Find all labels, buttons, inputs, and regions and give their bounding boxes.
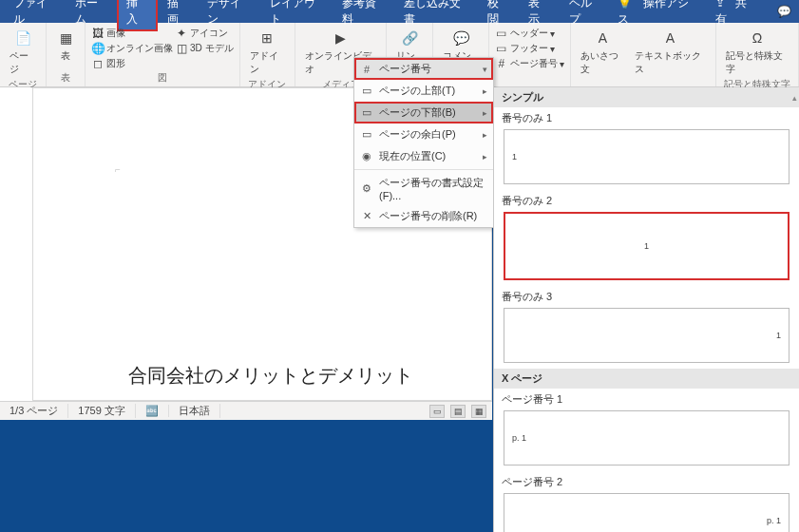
textbox-icon: A	[660, 28, 679, 48]
margin-mark: ⌐	[115, 164, 121, 175]
gear-icon: ⚙	[360, 182, 373, 195]
status-words[interactable]: 1759 文字	[68, 404, 136, 418]
menubar: ファイル ホーム 挿入 描画 デザイン レイアウト 参考資料 差し込み文書 校閲…	[0, 0, 799, 23]
chevron-right-icon: ▸	[483, 130, 487, 140]
menu-bottom-of-page[interactable]: ▭ ページの下部(B) ▸	[354, 102, 493, 124]
gallery-option-pagenum-2[interactable]: ページ番号 2 p. 1	[494, 471, 799, 532]
menu-current-position[interactable]: ◉ 現在の位置(C) ▸	[354, 145, 493, 167]
desktop-area	[0, 420, 492, 532]
position-icon: ◉	[360, 150, 373, 162]
header-button[interactable]: ▭ヘッダー ▾	[495, 27, 564, 40]
view-print-button[interactable]: ▤	[450, 405, 466, 418]
comment-icon: 💬	[451, 28, 470, 48]
statusbar-right: ▭ ▤ ▦	[429, 405, 492, 418]
chevron-right-icon: ▸	[483, 152, 487, 162]
page-number-trigger[interactable]: # ページ番号 ▾	[354, 58, 493, 80]
bottom-icon: ▭	[360, 106, 373, 119]
group-label: 表	[61, 71, 70, 85]
pages-button[interactable]: 📄ページ	[6, 27, 40, 78]
status-page[interactable]: 1/3 ページ	[0, 404, 68, 418]
gallery-option-pagenum-1[interactable]: ページ番号 1 p. 1	[494, 389, 799, 471]
footer-button[interactable]: ▭フッター ▾	[495, 42, 564, 55]
status-spellcheck[interactable]: 🔤	[136, 405, 169, 417]
page-number-menu: # ページ番号 ▾ ▭ ページの上部(T) ▸ ▭ ページの下部(B) ▸ ▭ …	[353, 57, 494, 228]
separator	[354, 169, 493, 170]
ribbon-group-table: ▦表 表	[47, 23, 86, 86]
scroll-up-icon[interactable]: ▴	[792, 93, 797, 103]
3d-models-button[interactable]: ◫3D モデル	[175, 42, 234, 55]
gallery-section-simple: シンプル	[494, 87, 799, 107]
omega-icon: Ω	[748, 28, 767, 48]
3d-icon: ◫	[175, 42, 188, 55]
header-icon: ▭	[495, 27, 508, 40]
chevron-right-icon: ▸	[483, 108, 487, 118]
ribbon-group-symbols: Ω記号と特殊文字 記号と特殊文字	[716, 23, 799, 86]
status-language[interactable]: 日本語	[169, 404, 220, 418]
menu-page-margins[interactable]: ▭ ページの余白(P) ▸	[354, 124, 493, 145]
table-button[interactable]: ▦表	[52, 27, 79, 65]
ribbon-group-text: Aあいさつ文 Aテキストボックス	[571, 23, 716, 86]
greeting-icon: A	[593, 28, 612, 48]
pagenum-icon: #	[495, 57, 508, 70]
addin-icon: ⊞	[257, 28, 276, 48]
menu-remove-page-numbers[interactable]: ✕ ページ番号の削除(R)	[354, 205, 493, 227]
gallery-option-plain-1[interactable]: 番号のみ 1 1	[494, 107, 799, 190]
margin-icon: ▭	[360, 128, 373, 141]
video-icon: ▶	[332, 28, 351, 48]
view-web-button[interactable]: ▦	[471, 405, 486, 418]
document-heading: 合同会社のメリットとデメリット	[128, 363, 413, 389]
online-pictures-button[interactable]: 🌐オンライン画像	[91, 42, 173, 55]
menu-format-page-numbers[interactable]: ⚙ ページ番号の書式設定(F)...	[354, 172, 493, 205]
gallery-option-plain-3[interactable]: 番号のみ 3 1	[494, 286, 799, 369]
view-read-button[interactable]: ▭	[429, 405, 445, 418]
link-icon: 🔗	[400, 28, 419, 48]
greeting-button[interactable]: Aあいさつ文	[577, 27, 629, 78]
ribbon-group-addins: ⊞アドイン アドイン	[240, 23, 295, 86]
statusbar: 1/3 ページ 1759 文字 🔤 日本語 ▭ ▤ ▦	[0, 401, 492, 420]
page-number-gallery: シンプル 番号のみ 1 1 番号のみ 2 1 番号のみ 3 1 X ページ ペー…	[493, 87, 799, 532]
remove-icon: ✕	[360, 210, 373, 222]
picture-icon: 🖼	[91, 27, 105, 40]
page-icon: 📄	[13, 28, 32, 48]
shapes-icon: ◻	[91, 57, 105, 70]
comments-toggle[interactable]: 💬	[770, 1, 799, 22]
menu-top-of-page[interactable]: ▭ ページの上部(T) ▸	[354, 80, 493, 102]
top-icon: ▭	[360, 85, 373, 97]
ribbon-group-illustrations: 🖼画像 🌐オンライン画像 ◻図形 ✦アイコン ◫3D モデル 図	[86, 23, 240, 86]
textbox-button[interactable]: Aテキストボックス	[631, 27, 710, 78]
group-label: 図	[158, 71, 167, 85]
ribbon-group-pages: 📄ページ ページ	[0, 23, 47, 86]
gallery-option-plain-2[interactable]: 番号のみ 2 1	[494, 190, 799, 286]
table-icon: ▦	[56, 28, 75, 48]
gallery-section-xpage: X ページ	[494, 369, 799, 389]
shapes-button[interactable]: ◻図形	[91, 57, 173, 70]
chevron-down-icon: ▾	[483, 65, 487, 74]
pictures-button[interactable]: 🖼画像	[91, 27, 173, 40]
footer-icon: ▭	[495, 42, 508, 55]
icons-button[interactable]: ✦アイコン	[175, 27, 234, 40]
chevron-right-icon: ▸	[483, 86, 487, 96]
page-number-button[interactable]: #ページ番号 ▾	[495, 57, 564, 70]
icons-icon: ✦	[175, 27, 188, 40]
online-picture-icon: 🌐	[91, 42, 105, 55]
symbol-button[interactable]: Ω記号と特殊文字	[722, 27, 792, 78]
ribbon-group-header-footer: ▭ヘッダー ▾ ▭フッター ▾ #ページ番号 ▾	[489, 23, 571, 86]
addins-button[interactable]: ⊞アドイン	[246, 27, 289, 78]
pagenum-icon: #	[360, 64, 373, 75]
